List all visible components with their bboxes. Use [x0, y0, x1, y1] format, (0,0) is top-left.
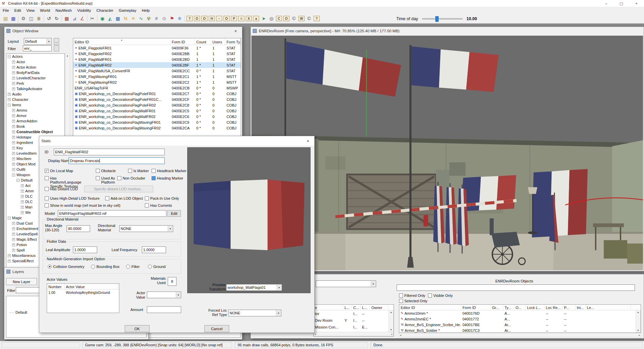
render-window-titlebar[interactable]: ENRDevRoom [Free camera, perspective] - … [251, 27, 644, 35]
on-local-map-checkbox[interactable]: On Local Map [45, 169, 73, 173]
object-row-enr-workshop-co-decorationsflagwallfr02[interactable]: ▣ENR_workshop_co_DecorationsFlagWallFR02… [73, 114, 241, 119]
cells-hscrollbar[interactable]: ◂ ▸ [314, 332, 394, 336]
menu-view[interactable]: View [24, 8, 37, 13]
column-header-number[interactable]: Number [47, 284, 65, 289]
expand-icon[interactable]: + [21, 184, 24, 187]
amount-input[interactable] [147, 306, 181, 313]
copyright-icon[interactable]: © [290, 15, 297, 22]
object-row-enr-flagpolefr02[interactable]: ✶ENR_FlagpoleFR020400E2BB11STAT [73, 51, 241, 56]
collapse-icon[interactable]: − [8, 104, 11, 107]
help-toggle-icon[interactable]: ? [187, 16, 193, 21]
tree-item-character[interactable]: +Character [6, 97, 65, 102]
menu-file[interactable]: File [0, 8, 12, 13]
expand-icon[interactable]: + [12, 87, 15, 90]
expand-icon[interactable]: + [21, 211, 24, 214]
object-row-enr-workshop-co-decorationsflagpolefr01c[interactable]: ▣ENR_workshop_co_DecorationsFlagPoleFR01… [73, 96, 241, 102]
object-palette-icon[interactable]: ▩ [114, 15, 121, 22]
expand-icon[interactable]: + [12, 163, 15, 166]
heading-marker-checkbox[interactable]: Heading Marker [152, 176, 183, 180]
directional-material-select[interactable]: NONE ▾ [119, 225, 173, 232]
tree-item-bodypartdata[interactable]: +BodyPartData [6, 70, 65, 75]
expand-icon[interactable]: + [12, 147, 15, 150]
model-input[interactable]: ENR\Flags\FlagWallFR02.nif [58, 210, 166, 217]
headtrack-marker-checkbox[interactable]: Headtrack Marker [152, 169, 186, 173]
object-filter-input[interactable]: enr_ [23, 45, 52, 51]
object-row-enr-workshop-co-decorationsflagpolefr02[interactable]: ▣ENR_workshop_co_DecorationsFlagPoleFR02… [73, 102, 241, 108]
object-row-enr-flagwavingfr02[interactable]: ✶ENR_FlagWavingFR020400E2C21 *1MSTT [73, 79, 241, 85]
filter-option-button[interactable] [54, 45, 59, 51]
expand-icon[interactable]: + [12, 114, 15, 117]
column-header-loc-re[interactable]: Loc Re... [545, 305, 563, 310]
garage-door[interactable] [347, 174, 436, 229]
grid-icon[interactable]: # [153, 15, 160, 22]
expand-icon[interactable]: + [12, 130, 15, 133]
pack-in-checkbox[interactable]: Pack-In Use Only [145, 196, 179, 200]
portals-toggle-icon[interactable]: P [231, 16, 237, 21]
object-row-enr-flagpolefr01[interactable]: ✶ENR_FlagpoleFR0104009F361 *1STAT [73, 45, 241, 51]
column-header-e[interactable]: e [314, 305, 343, 310]
redo-icon[interactable]: ↻ [53, 15, 60, 22]
expand-icon[interactable]: + [12, 66, 15, 69]
object-window-close-icon[interactable]: × [231, 28, 240, 34]
column-header-p[interactable]: P... [563, 305, 575, 310]
menu-navmesh[interactable]: NavMesh [53, 8, 75, 13]
scroll-up-icon[interactable]: ▲ [66, 54, 69, 57]
flag-marker-icon[interactable]: ⚑ [168, 15, 175, 22]
object-row-enr-flagwallfr02[interactable]: ✶ENR_FlagWallFR020400E2BF1 *1STAT [73, 62, 241, 68]
column-header-gr[interactable]: Gr... [491, 305, 503, 310]
tree-item-armor[interactable]: +Armor [6, 113, 65, 118]
run-icon[interactable]: ➤ [260, 15, 267, 22]
tree-item-actor-action[interactable]: +Actor Action [6, 65, 65, 70]
time-of-day-slider-thumb[interactable] [435, 16, 439, 22]
obstacle-checkbox[interactable]: Obstacle [96, 169, 116, 173]
expand-icon[interactable]: + [21, 190, 24, 193]
maximize-button[interactable]: ▢ [614, 0, 629, 7]
id-input[interactable]: ENR_FlagWallFR02 [54, 149, 165, 155]
origin-toggle-icon[interactable]: O [224, 16, 230, 21]
max-angle-input[interactable]: 90.0000 [67, 225, 90, 232]
tree-item-actor[interactable]: +Actor [6, 59, 65, 65]
expand-icon[interactable]: + [12, 249, 15, 252]
collapse-icon[interactable]: − [16, 179, 19, 182]
expand-icon[interactable]: + [21, 200, 24, 203]
non-occluder-checkbox[interactable]: Non Occluder [117, 176, 145, 180]
heading-toggle-icon[interactable]: H [209, 16, 215, 21]
time-of-day-slider[interactable] [422, 18, 462, 20]
expand-icon[interactable]: + [12, 227, 15, 230]
expand-icon[interactable]: + [8, 98, 11, 101]
version-info-icon[interactable]: ≣ [35, 15, 42, 22]
objects-scrollbar[interactable]: ▲ ▼ [636, 310, 641, 333]
new-layer-button[interactable]: New Layer [6, 278, 37, 285]
expand-icon[interactable]: + [12, 168, 15, 171]
collapse-icon[interactable]: − [8, 55, 11, 58]
selected-only-checkbox[interactable]: Selected Only [399, 299, 427, 303]
object-ref-row-ammo10mm[interactable]: ✎Ammo10mm *0400176DA...---- [399, 310, 641, 316]
expand-icon[interactable]: + [12, 238, 15, 241]
menu-help[interactable]: Help [139, 8, 153, 13]
expand-icon[interactable]: + [12, 61, 15, 64]
display-name-input[interactable]: Drapeau Francais [69, 157, 165, 164]
objects-toggle-icon[interactable]: O [201, 16, 207, 21]
scroll-down-icon[interactable]: ▼ [637, 329, 639, 332]
tree-item-constructible-object[interactable]: +Constructible Object [6, 129, 65, 134]
cancel-button[interactable]: Cancel [204, 325, 229, 332]
layout-more-button[interactable]: ... [54, 38, 59, 45]
preview-transform-select[interactable]: workshop_WallFlags01 ▾ [226, 284, 282, 291]
weather-icon[interactable]: ❄ [176, 15, 183, 22]
column-header-count[interactable]: Count [195, 39, 211, 45]
expand-icon[interactable]: + [21, 206, 24, 209]
markers-toggle-icon[interactable]: a [253, 16, 259, 21]
expand-icon[interactable]: + [12, 109, 15, 112]
snap-to-grid-icon[interactable]: ⊿ [71, 15, 78, 22]
filtered-only-checkbox[interactable]: Filtered Only [399, 294, 425, 298]
column-header-actor-value[interactable]: Actor Value [65, 284, 118, 289]
column-header-ty[interactable]: Ty... [503, 305, 514, 310]
scroll-right-icon[interactable]: ▸ [639, 334, 640, 337]
column-header-le[interactable]: Le... [586, 305, 631, 310]
layout-select[interactable]: Default ▾ [24, 38, 52, 45]
column-header-editor-id[interactable]: Editor ID [399, 305, 461, 310]
menu-visibility[interactable]: Visibility [74, 8, 93, 13]
preferences-icon[interactable]: ⚙ [20, 15, 27, 22]
tree-item-talkingactivator[interactable]: +TalkingActivator [6, 86, 65, 91]
ok-button[interactable]: OK [125, 325, 150, 332]
